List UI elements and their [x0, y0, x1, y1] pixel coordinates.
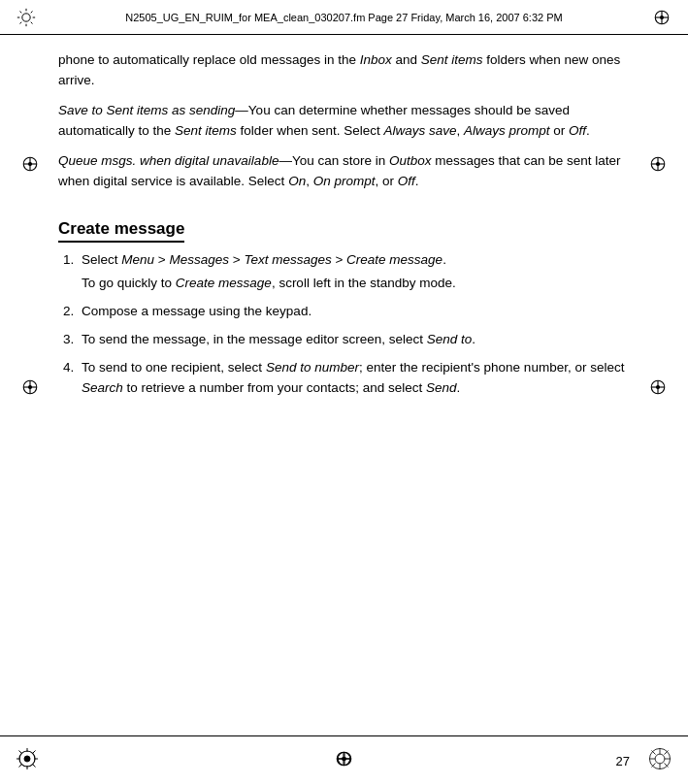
- paragraph-1: phone to automatically replace old messa…: [58, 50, 630, 91]
- svg-point-46: [343, 758, 345, 761]
- footer-right-decor: [647, 746, 672, 774]
- svg-point-12: [661, 16, 664, 18]
- footer-bar: 27: [0, 735, 688, 784]
- svg-line-8: [20, 21, 22, 23]
- svg-line-7: [31, 11, 33, 13]
- step-1-sub: To go quickly to Create message, scroll …: [82, 274, 630, 294]
- step-3: To send the message, in the message edit…: [78, 330, 630, 350]
- header-bar: N2505_UG_EN_RUIM_for MEA_clean_030207.fm…: [0, 0, 688, 35]
- paragraph-3: Queue msgs. when digital unavailable—You…: [58, 151, 630, 192]
- svg-point-48: [655, 754, 665, 764]
- svg-line-5: [20, 11, 22, 13]
- svg-line-38: [19, 765, 22, 768]
- svg-line-36: [33, 765, 36, 768]
- paragraph-2: Save to Sent items as sending—You can de…: [58, 101, 630, 142]
- svg-line-35: [19, 751, 22, 754]
- top-right-decor: [651, 7, 672, 28]
- section-heading: Create message: [58, 202, 630, 250]
- footer-left-decor: [16, 747, 39, 773]
- step-2: Compose a message using the keypad.: [78, 302, 630, 322]
- page-number: 27: [616, 753, 630, 768]
- step-4: To send to one recipient, select Send to…: [78, 358, 630, 399]
- top-left-decor: [16, 7, 37, 28]
- header-title: N2505_UG_EN_RUIM_for MEA_clean_030207.fm…: [125, 12, 562, 23]
- footer-center-right-decor: [336, 750, 353, 770]
- svg-point-0: [22, 13, 30, 20]
- svg-line-37: [33, 751, 36, 754]
- step-1: Select Menu > Messages > Text messages >…: [78, 250, 630, 295]
- main-content: phone to automatically replace old messa…: [0, 35, 688, 735]
- svg-line-6: [31, 21, 33, 23]
- steps-list: Select Menu > Messages > Text messages >…: [78, 250, 630, 400]
- svg-point-30: [24, 756, 30, 762]
